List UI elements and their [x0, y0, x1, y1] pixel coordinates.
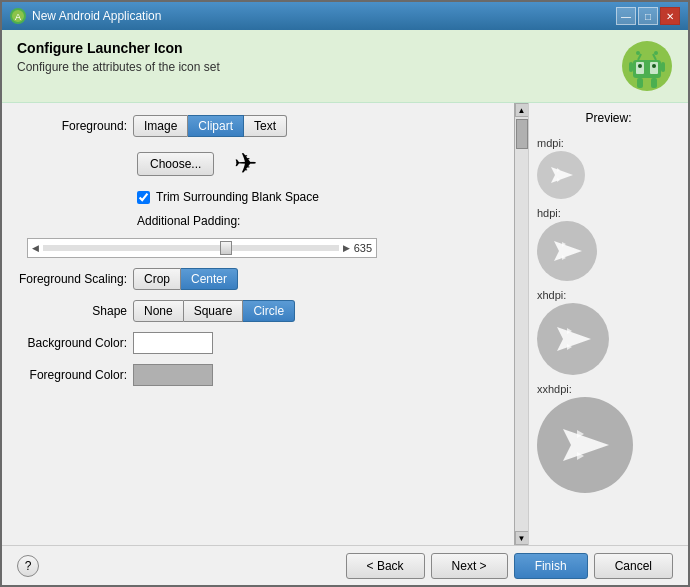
foreground-text-btn[interactable]: Text — [244, 115, 287, 137]
main-window: A New Android Application — □ ✕ Configur… — [0, 0, 690, 587]
preview-xxhdpi-icon — [537, 397, 633, 493]
preview-hdpi: hdpi: — [537, 207, 680, 281]
preview-hdpi-label: hdpi: — [537, 207, 561, 219]
maximize-button[interactable]: □ — [638, 7, 658, 25]
finish-button[interactable]: Finish — [514, 553, 588, 579]
preview-xhdpi-label: xhdpi: — [537, 289, 566, 301]
airplane-xxhdpi — [547, 407, 623, 483]
bg-color-label: Background Color: — [17, 336, 127, 350]
minimize-button[interactable]: — — [616, 7, 636, 25]
foreground-label: Foreground: — [17, 119, 127, 133]
preview-xhdpi: xhdpi: — [537, 289, 680, 375]
preview-mdpi: mdpi: — [537, 137, 680, 199]
trim-checkbox[interactable] — [137, 191, 150, 204]
preview-mdpi-label: mdpi: — [537, 137, 564, 149]
preview-label: Preview: — [537, 111, 680, 125]
next-button[interactable]: Next > — [431, 553, 508, 579]
padding-slider-container: ◀ ▶ 635 — [27, 238, 377, 258]
bg-color-picker[interactable] — [133, 332, 213, 354]
shape-none-btn[interactable]: None — [133, 300, 184, 322]
shape-circle-btn[interactable]: Circle — [243, 300, 295, 322]
preview-xxhdpi: xxhdpi: — [537, 383, 680, 493]
header-text: Configure Launcher Icon Configure the at… — [17, 40, 220, 74]
slider-thumb[interactable] — [220, 241, 232, 255]
close-button[interactable]: ✕ — [660, 7, 680, 25]
slider-right-arrow[interactable]: ▶ — [343, 243, 350, 253]
choose-button[interactable]: Choose... — [137, 152, 214, 176]
slider-value: 635 — [354, 242, 372, 254]
preview-xxhdpi-label: xxhdpi: — [537, 383, 572, 395]
cancel-button[interactable]: Cancel — [594, 553, 673, 579]
airplane-hdpi — [544, 228, 590, 274]
foreground-image-btn[interactable]: Image — [133, 115, 188, 137]
footer: ? < Back Next > Finish Cancel — [2, 545, 688, 585]
slider-left-arrow[interactable]: ◀ — [32, 243, 39, 253]
foreground-btn-group: Image Clipart Text — [133, 115, 287, 137]
main-section: Foreground: Image Clipart Text Choose...… — [2, 103, 688, 545]
preview-mdpi-container — [537, 151, 585, 199]
shape-btn-group: None Square Circle — [133, 300, 295, 322]
preview-hdpi-icon — [537, 221, 597, 281]
help-button[interactable]: ? — [17, 555, 39, 577]
svg-rect-9 — [661, 62, 665, 72]
footer-left: ? — [17, 555, 39, 577]
slider-track[interactable] — [43, 245, 339, 251]
foreground-clipart-btn[interactable]: Clipart — [188, 115, 244, 137]
scaling-label: Foreground Scaling: — [17, 272, 127, 286]
svg-rect-8 — [629, 62, 633, 72]
title-bar-left: A New Android Application — [10, 8, 161, 24]
shape-row: Shape None Square Circle — [17, 300, 499, 322]
scaling-row: Foreground Scaling: Crop Center — [17, 268, 499, 290]
preview-mdpi-icon — [537, 151, 585, 199]
scroll-thumb[interactable] — [516, 119, 528, 149]
preview-hdpi-container — [537, 221, 597, 281]
svg-point-15 — [654, 51, 658, 55]
airplane-mdpi — [543, 157, 579, 193]
page-title: Configure Launcher Icon — [17, 40, 220, 56]
preview-xhdpi-icon — [537, 303, 609, 375]
page-subtitle: Configure the attributes of the icon set — [17, 60, 220, 74]
scrollbar: ▲ ▼ — [514, 103, 528, 545]
scaling-btn-group: Crop Center — [133, 268, 238, 290]
svg-rect-10 — [637, 78, 643, 88]
title-bar-controls: — □ ✕ — [616, 7, 680, 25]
choose-row: Choose... ✈ — [17, 147, 499, 180]
footer-right: < Back Next > Finish Cancel — [346, 553, 673, 579]
svg-rect-11 — [651, 78, 657, 88]
clipart-preview-icon: ✈ — [234, 147, 257, 180]
shape-square-btn[interactable]: Square — [184, 300, 244, 322]
scroll-up-arrow[interactable]: ▲ — [515, 103, 529, 117]
bg-color-row: Background Color: — [17, 332, 499, 354]
fg-color-picker[interactable] — [133, 364, 213, 386]
trim-row: Trim Surrounding Blank Space — [17, 190, 499, 204]
preview-xhdpi-container — [537, 303, 609, 375]
preview-section: Preview: mdpi: — [528, 103, 688, 545]
scaling-center-btn[interactable]: Center — [181, 268, 238, 290]
scaling-crop-btn[interactable]: Crop — [133, 268, 181, 290]
preview-xxhdpi-container — [537, 397, 633, 493]
fg-color-row: Foreground Color: — [17, 364, 499, 386]
trim-label: Trim Surrounding Blank Space — [156, 190, 319, 204]
app-icon: A — [10, 8, 26, 24]
svg-point-6 — [638, 64, 642, 68]
padding-label: Additional Padding: — [137, 214, 240, 228]
scroll-down-arrow[interactable]: ▼ — [515, 531, 529, 545]
svg-point-14 — [636, 51, 640, 55]
form-area: Foreground: Image Clipart Text Choose...… — [2, 103, 514, 545]
slider-row: ◀ ▶ 635 — [17, 238, 499, 258]
header-section: Configure Launcher Icon Configure the at… — [2, 30, 688, 103]
foreground-row: Foreground: Image Clipart Text — [17, 115, 499, 137]
content-area: Configure Launcher Icon Configure the at… — [2, 30, 688, 585]
padding-row: Additional Padding: — [17, 214, 499, 228]
android-logo — [621, 40, 673, 92]
fg-color-label: Foreground Color: — [17, 368, 127, 382]
window-title: New Android Application — [32, 9, 161, 23]
shape-label: Shape — [17, 304, 127, 318]
title-bar: A New Android Application — □ ✕ — [2, 2, 688, 30]
svg-text:A: A — [15, 12, 21, 22]
back-button[interactable]: < Back — [346, 553, 425, 579]
airplane-xhdpi — [545, 311, 601, 367]
svg-point-7 — [652, 64, 656, 68]
